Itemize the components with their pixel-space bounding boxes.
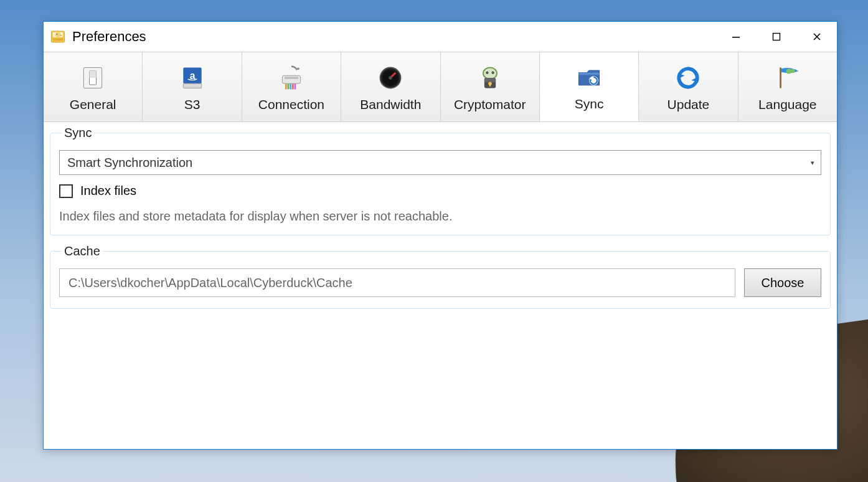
- tab-label: Bandwidth: [360, 97, 421, 112]
- cache-legend: Cache: [62, 244, 103, 258]
- content-area: Sync Smart Synchronization ▾ Index files…: [44, 122, 837, 449]
- prefs-toolbar: General a S3: [44, 52, 837, 122]
- gauge-icon: [375, 62, 406, 93]
- svg-rect-20: [295, 83, 296, 89]
- sync-legend: Sync: [62, 126, 94, 140]
- cryptomator-icon: [474, 62, 506, 93]
- svg-point-36: [791, 69, 795, 72]
- svg-point-3: [57, 34, 58, 35]
- maximize-button[interactable]: [756, 22, 796, 52]
- tab-label: Connection: [258, 97, 324, 112]
- svg-rect-9: [90, 71, 97, 78]
- tab-cryptomator[interactable]: Cryptomator: [441, 52, 540, 121]
- chevron-down-icon: ▾: [811, 159, 814, 167]
- cache-path-input[interactable]: C:\Users\dkocher\AppData\Local\Cyberduck…: [59, 268, 735, 297]
- svg-rect-16: [285, 83, 287, 89]
- tab-bandwidth[interactable]: Bandwidth: [341, 52, 440, 121]
- svg-point-13: [297, 67, 300, 70]
- svg-point-23: [389, 76, 393, 80]
- svg-rect-30: [484, 78, 496, 82]
- cache-group: Cache C:\Users\dkocher\AppData\Local\Cyb…: [50, 244, 831, 309]
- sync-hint: Index files and store metadata for displ…: [59, 209, 821, 224]
- sync-group: Sync Smart Synchronization ▾ Index files…: [50, 126, 831, 235]
- tab-label: Cryptomator: [454, 97, 526, 112]
- index-files-label: Index files: [80, 184, 136, 198]
- titlebar[interactable]: Preferences: [44, 22, 837, 52]
- tab-label: S3: [184, 97, 200, 112]
- minimize-button[interactable]: [715, 22, 756, 52]
- window-controls: [715, 22, 837, 52]
- s3-icon: a: [177, 62, 208, 93]
- choose-button[interactable]: Choose: [744, 268, 821, 297]
- checkbox-box: [59, 184, 73, 198]
- refresh-icon: [672, 62, 704, 93]
- tab-label: General: [70, 97, 116, 112]
- svg-rect-15: [285, 77, 298, 79]
- svg-rect-32: [489, 83, 491, 87]
- tab-update[interactable]: Update: [639, 52, 738, 121]
- app-icon: [50, 29, 66, 45]
- close-button[interactable]: [796, 22, 837, 52]
- tab-s3[interactable]: a S3: [143, 52, 242, 121]
- svg-rect-4: [53, 38, 63, 40]
- svg-rect-6: [773, 34, 780, 40]
- svg-rect-5: [732, 37, 740, 38]
- tab-sync[interactable]: Sync: [540, 52, 639, 121]
- tab-connection[interactable]: Connection: [242, 52, 341, 121]
- svg-point-2: [55, 32, 61, 37]
- preferences-window: Preferences General: [43, 21, 837, 450]
- shredder-icon: [276, 62, 307, 93]
- flag-icon: [772, 62, 803, 93]
- tab-general[interactable]: General: [44, 52, 143, 121]
- svg-point-35: [786, 69, 791, 73]
- svg-rect-34: [780, 67, 781, 88]
- choose-label: Choose: [762, 276, 804, 290]
- tab-label: Sync: [575, 97, 604, 111]
- svg-rect-19: [292, 83, 294, 89]
- sync-mode-select[interactable]: Smart Synchronization ▾: [59, 150, 821, 175]
- tab-label: Update: [668, 97, 710, 112]
- svg-point-27: [486, 72, 487, 73]
- svg-point-24: [483, 67, 497, 78]
- switch-icon: [77, 62, 108, 93]
- tab-language[interactable]: Language: [738, 52, 837, 121]
- svg-rect-17: [288, 83, 290, 89]
- sync-mode-value: Smart Synchronization: [67, 156, 192, 170]
- svg-text:a: a: [189, 70, 195, 80]
- svg-rect-18: [290, 83, 291, 89]
- svg-point-28: [493, 72, 493, 73]
- index-files-checkbox[interactable]: Index files: [59, 184, 821, 198]
- cache-path-value: C:\Users\dkocher\AppData\Local\Cyberduck…: [68, 276, 352, 290]
- window-title: Preferences: [72, 29, 146, 45]
- tab-label: Language: [758, 97, 816, 112]
- sync-folder-icon: [573, 62, 605, 93]
- svg-rect-12: [183, 83, 201, 88]
